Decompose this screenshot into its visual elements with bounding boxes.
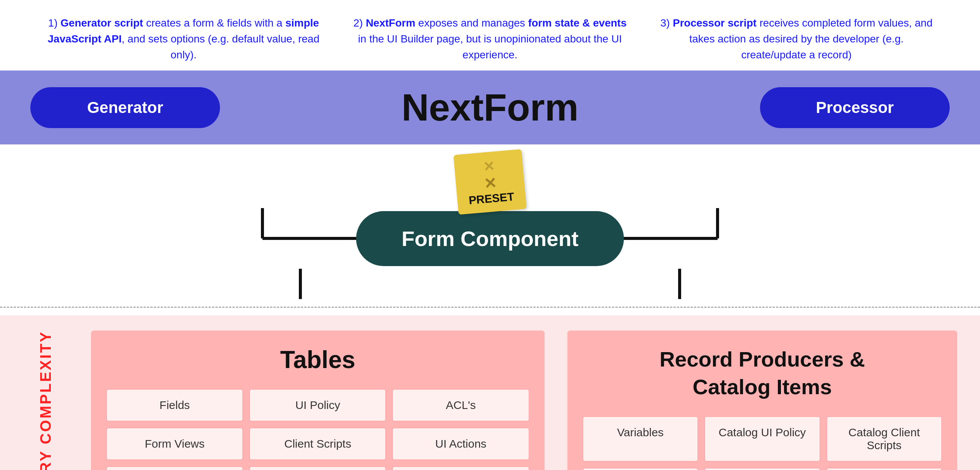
complexity-label-container: POTENTIALLY UNNECESSARY COMPLEXITY — [23, 330, 68, 470]
rp-cell-variables: Variables — [582, 416, 698, 462]
rp-cell-table-field: Table field — [826, 468, 942, 470]
table-cell-ui-policy: UI Policy — [249, 389, 386, 421]
desc-center-text: exposes and manages — [415, 17, 528, 29]
desc-left-highlight1: Generator script — [61, 17, 143, 29]
desc-center-highlight2: form state & events — [528, 17, 627, 29]
desc-right-highlight1: Processor script — [673, 17, 757, 29]
table-cell-client-scripts: Client Scripts — [249, 427, 386, 460]
form-component-section: ✕ PRESET Form Component — [0, 144, 980, 315]
table-cell-table-extension: Table Extension — [249, 466, 386, 470]
rp-cell-processing-scripts: Processing Scripts — [704, 468, 820, 470]
table-cell-business-rules: Business Rules — [392, 466, 529, 470]
record-producers-grid: Variables Catalog UI Policy Catalog Clie… — [582, 416, 942, 470]
desc-right: 3) Processor script receives completed f… — [659, 15, 934, 63]
desc-left: 1) Generator script creates a form & fie… — [46, 15, 321, 63]
tables-box: Tables Fields UI Policy ACL's Form Views… — [91, 330, 545, 470]
tables-grid: Fields UI Policy ACL's Form Views Client… — [106, 389, 530, 470]
table-cell-form-layout: Form Layout — [106, 466, 243, 470]
main-container: 1) Generator script creates a form & fie… — [0, 0, 980, 470]
desc-left-suffix: , and sets options (e.g. default value, … — [122, 33, 319, 60]
desc-center-suffix: in the UI Builder page, but is unopinion… — [358, 33, 622, 60]
desc-center-highlight1: NextForm — [366, 17, 415, 29]
table-cell-ui-actions: UI Actions — [392, 427, 529, 460]
desc-center: 2) NextForm exposes and manages form sta… — [352, 15, 628, 63]
dashed-divider — [0, 306, 980, 308]
bottom-section: POTENTIALLY UNNECESSARY COMPLEXITY Table… — [0, 315, 980, 470]
complexity-text: POTENTIALLY UNNECESSARY COMPLEXITY — [37, 330, 54, 470]
rp-cell-catalog-client-scripts: Catalog Client Scripts — [826, 416, 942, 462]
tables-title: Tables — [106, 346, 530, 374]
processor-button[interactable]: Processor — [760, 87, 950, 128]
record-producers-title: Record Producers &Catalog Items — [582, 346, 942, 401]
rp-cell-variable-sets: Variable Sets — [582, 468, 698, 470]
top-descriptions: 1) Generator script creates a form & fie… — [0, 0, 980, 70]
nextform-band: Generator NextForm Processor — [0, 70, 980, 144]
connector-lines — [35, 269, 945, 299]
rp-cell-catalog-ui-policy: Catalog UI Policy — [704, 416, 820, 462]
connector-svg — [35, 269, 945, 299]
preset-x-icon: ✕ — [483, 175, 497, 193]
record-producers-box: Record Producers &Catalog Items Variable… — [567, 330, 957, 470]
nextform-title: NextForm — [402, 86, 579, 129]
table-cell-acls: ACL's — [392, 389, 529, 421]
generator-button[interactable]: Generator — [30, 87, 220, 128]
table-cell-fields: Fields — [106, 389, 243, 421]
preset-badge: ✕ PRESET — [453, 149, 527, 214]
form-component-pill: Form Component — [356, 211, 624, 266]
desc-left-text: creates a form & fields with a — [143, 17, 285, 29]
table-cell-form-views: Form Views — [106, 427, 243, 460]
preset-label: PRESET — [468, 190, 515, 207]
